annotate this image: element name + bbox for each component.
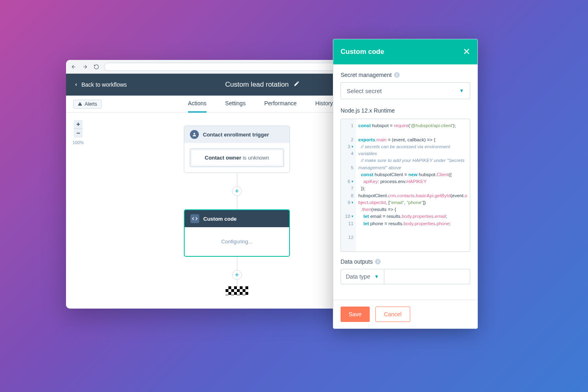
code-icon	[190, 214, 199, 223]
add-action-button[interactable]: +	[232, 186, 242, 196]
runtime-label: Node.js 12.x Runtime	[341, 107, 470, 114]
trigger-node[interactable]: Contact enrollment trigger Contact owner…	[184, 126, 290, 173]
info-icon[interactable]: i	[375, 259, 381, 264]
custom-code-title: Custom code	[203, 216, 236, 222]
zoom-controls: + − 100%	[72, 120, 84, 145]
add-action-button-2[interactable]: +	[232, 270, 242, 280]
save-button[interactable]: Save	[341, 307, 370, 322]
custom-code-status: Configuring...	[185, 227, 289, 256]
data-output-row: Data type ▼	[341, 269, 470, 284]
zoom-out-button[interactable]: −	[74, 129, 83, 138]
close-icon[interactable]: ✕	[463, 47, 470, 57]
data-output-name-input[interactable]	[384, 269, 470, 284]
tab-actions[interactable]: Actions	[188, 95, 207, 113]
custom-code-node[interactable]: Custom code Configuring...	[184, 209, 290, 257]
line-gutter: 1 2 3▾ 4 5 6▾ 7 8 9▾ 10▾ 11 12	[341, 119, 356, 251]
workflow-nodes: Contact enrollment trigger Contact owner…	[183, 126, 290, 295]
workflow-title: Custom lead rotation	[225, 81, 289, 89]
code-content[interactable]: const hubspot = require('@hubspot/api-cl…	[356, 119, 470, 251]
svg-point-0	[194, 133, 195, 134]
tab-performance[interactable]: Performance	[264, 95, 296, 113]
zoom-level: 100%	[72, 140, 84, 145]
cancel-button[interactable]: Cancel	[375, 307, 410, 322]
back-icon[interactable]	[70, 63, 77, 70]
chevron-down-icon: ▼	[459, 88, 464, 94]
secret-management-label: Secret management i	[341, 72, 470, 78]
finish-flag-icon	[226, 286, 248, 295]
secret-placeholder: Select secret	[347, 87, 382, 94]
panel-header: Custom code ✕	[333, 39, 477, 64]
custom-code-panel: Custom code ✕ Secret management i Select…	[333, 39, 478, 329]
data-type-select[interactable]: Data type ▼	[341, 269, 384, 284]
trigger-header: Contact enrollment trigger	[184, 126, 290, 143]
code-editor[interactable]: 1 2 3▾ 4 5 6▾ 7 8 9▾ 10▾ 11 12 const hu	[341, 119, 470, 252]
forward-icon[interactable]	[81, 63, 89, 70]
back-to-workflows-link[interactable]: Back to workflows	[74, 81, 127, 88]
tab-settings[interactable]: Settings	[225, 95, 246, 113]
chevron-down-icon: ▼	[374, 274, 379, 279]
zoom-in-button[interactable]: +	[74, 120, 83, 129]
trigger-condition: Contact owner is unknown	[190, 149, 284, 167]
back-link-label: Back to workflows	[81, 81, 127, 88]
info-icon[interactable]: i	[394, 72, 400, 78]
trigger-title: Contact enrollment trigger	[203, 132, 269, 138]
panel-title: Custom code	[341, 48, 384, 56]
reload-icon[interactable]	[93, 63, 100, 70]
pencil-icon[interactable]	[294, 81, 300, 89]
workflow-title-wrap: Custom lead rotation	[225, 81, 300, 89]
data-outputs-label: Data outputs i	[341, 258, 470, 265]
person-icon	[190, 130, 199, 139]
tab-history[interactable]: History	[315, 95, 333, 113]
panel-footer: Save Cancel	[333, 300, 477, 328]
secret-select[interactable]: Select secret ▼	[341, 82, 470, 99]
custom-code-header: Custom code	[185, 210, 289, 227]
